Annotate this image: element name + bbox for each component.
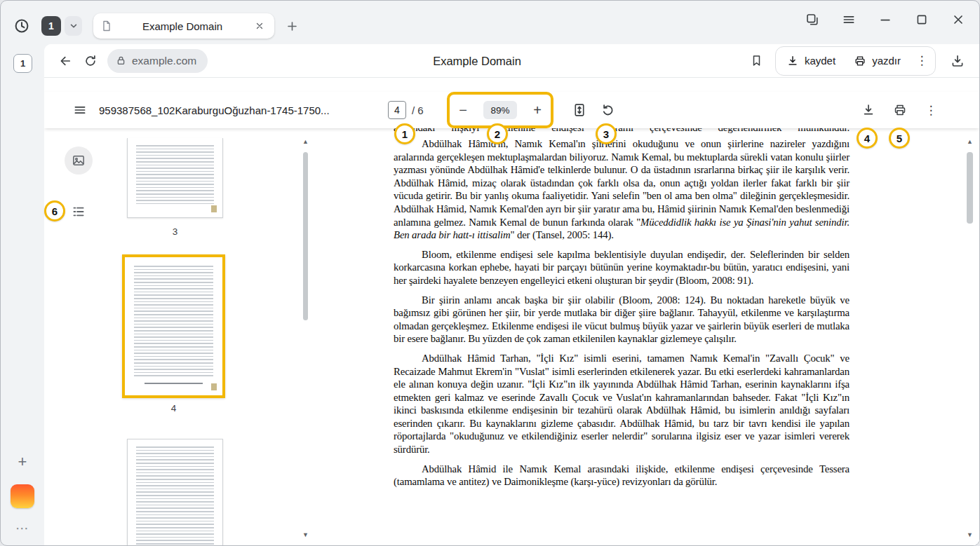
back-button[interactable] bbox=[53, 48, 78, 74]
zoom-level: 89% bbox=[483, 101, 517, 119]
scrollbar-thumb[interactable] bbox=[303, 152, 308, 320]
pdf-print-icon[interactable] bbox=[891, 101, 909, 119]
save-button[interactable]: kaydet bbox=[777, 47, 845, 75]
workspace-badge[interactable]: 1 bbox=[13, 54, 32, 73]
page-number-input[interactable]: 4 bbox=[388, 101, 406, 119]
menu-icon[interactable] bbox=[840, 11, 857, 28]
capture-icon[interactable] bbox=[804, 11, 821, 28]
sidebar-add-button[interactable]: + bbox=[1, 453, 44, 471]
close-button[interactable] bbox=[950, 11, 967, 28]
thumbnail-label-3: 3 bbox=[127, 226, 223, 237]
sidebar: 1 + ⋯ bbox=[1, 44, 44, 545]
scroll-up-icon[interactable]: ▲ bbox=[301, 137, 310, 146]
toolbar-actions: kaydet yazdır ⋮ bbox=[746, 46, 969, 76]
page-favicon-icon bbox=[100, 20, 113, 32]
reload-button[interactable] bbox=[78, 48, 103, 74]
main-scrollbar: ▲ ▼ bbox=[965, 128, 975, 545]
pdf-page-content: arasındaki ilişkiyi etkilenme endişesi k… bbox=[394, 128, 850, 495]
page-title: Example Domain bbox=[433, 54, 521, 67]
app-logo[interactable] bbox=[11, 484, 34, 508]
sidebar-more-button[interactable]: ⋯ bbox=[1, 519, 44, 536]
thumbnail-text-lines bbox=[136, 145, 214, 206]
print-button[interactable]: yazdır bbox=[845, 47, 910, 75]
rotate-icon[interactable] bbox=[598, 101, 617, 119]
thumbnail-label-4: 4 bbox=[122, 403, 225, 414]
fit-page-icon[interactable] bbox=[570, 101, 589, 119]
thumbnail-page-4-selected[interactable] bbox=[122, 254, 225, 398]
tab-group-chevron-icon[interactable] bbox=[65, 16, 82, 36]
url-text: example.com bbox=[132, 55, 196, 67]
browser-window: 1 Example Domain bbox=[0, 0, 980, 546]
pdf-sidebar-toggle-icon[interactable] bbox=[71, 101, 89, 119]
pdf-filename: 959387568_102KaraburguOğuzhan-1745-1750.… bbox=[99, 104, 330, 116]
pdf-download-icon[interactable] bbox=[859, 101, 878, 119]
thumbnail-text-lines bbox=[136, 446, 214, 545]
image-view-icon[interactable] bbox=[65, 146, 93, 175]
paragraph-1: Abdülhak Hâmıd'in, Namık Kemal'ın şiirle… bbox=[394, 137, 850, 242]
address-bar[interactable]: example.com bbox=[107, 49, 208, 73]
zoom-in-button[interactable]: + bbox=[528, 101, 546, 119]
clipped-text-line: arasındaki ilişkiyi etkilenme endişesi k… bbox=[394, 128, 850, 135]
bookmark-icon[interactable] bbox=[746, 50, 768, 72]
history-clock-icon[interactable] bbox=[12, 16, 32, 36]
tab-close-icon[interactable] bbox=[252, 18, 267, 34]
scroll-down-icon[interactable]: ▼ bbox=[965, 530, 975, 540]
new-tab-button[interactable] bbox=[281, 15, 302, 36]
browser-toolbar: example.com Example Domain kaydet bbox=[44, 44, 979, 78]
tab-group: 1 bbox=[41, 16, 82, 36]
thumbnail-list-icon[interactable] bbox=[71, 204, 86, 219]
page-count: / 6 bbox=[412, 104, 424, 116]
thumbnail-emblem bbox=[211, 383, 217, 390]
minimize-button[interactable] bbox=[877, 11, 894, 28]
save-button-label: kaydet bbox=[805, 55, 835, 67]
thumbnail-text-lines bbox=[134, 266, 213, 377]
maximize-button[interactable] bbox=[913, 11, 930, 28]
paragraph-4: Abdülhak Hâmid Tarhan, "İçli Kız" isimli… bbox=[394, 352, 850, 456]
thumbnail-page-5[interactable] bbox=[127, 439, 223, 545]
titlebar: 1 Example Domain bbox=[1, 1, 979, 44]
tab-group-badge[interactable]: 1 bbox=[41, 16, 61, 36]
pdf-toolbar: 959387568_102KaraburguOğuzhan-1745-1750.… bbox=[44, 92, 979, 128]
pdf-body: 3 4 ▲ ▼ arasındaki ilişkiyi etkilenme en… bbox=[44, 128, 979, 545]
page-actions-group: kaydet yazdır ⋮ bbox=[775, 46, 936, 76]
main-area: example.com Example Domain kaydet bbox=[44, 44, 979, 545]
thumbnail-page-3[interactable] bbox=[127, 138, 223, 218]
thumbnail-footer-rule bbox=[145, 383, 203, 385]
paragraph-text: Abdülhak Hâmıd'in, Namık Kemal'ın şiirle… bbox=[394, 138, 850, 228]
scrollbar-thumb[interactable] bbox=[967, 152, 973, 224]
paragraph-5: Abdülhak Hâmid ile Namık Kemal arasındak… bbox=[394, 463, 850, 489]
scroll-down-icon[interactable]: ▼ bbox=[301, 530, 310, 540]
more-actions-icon[interactable]: ⋮ bbox=[910, 47, 934, 75]
clipped-text: arasındaki ilişkiyi etkilenme endişesi k… bbox=[394, 128, 850, 135]
downloads-icon[interactable] bbox=[946, 49, 969, 73]
tab-example-domain[interactable]: Example Domain bbox=[93, 13, 274, 39]
pdf-more-icon[interactable]: ⋮ bbox=[922, 101, 940, 119]
pdf-viewer: 959387568_102KaraburguOğuzhan-1745-1750.… bbox=[44, 78, 979, 545]
lock-icon[interactable] bbox=[116, 55, 126, 66]
tab-title: Example Domain bbox=[117, 20, 248, 32]
thumbnail-scrollbar: ▲ ▼ bbox=[301, 128, 310, 545]
zoom-out-button[interactable]: − bbox=[454, 101, 472, 119]
paragraph-2: Bloom, etkilenme endişesi sele kapılma b… bbox=[394, 248, 850, 287]
thumbnail-emblem bbox=[211, 205, 217, 212]
scroll-up-icon[interactable]: ▲ bbox=[965, 137, 975, 146]
paragraph-text: " der (Tansel, 2005: 144). bbox=[511, 229, 614, 240]
paragraph-3: Bir şiirin anlamı ancak başka bir şiir o… bbox=[394, 294, 850, 346]
window-controls bbox=[804, 11, 967, 28]
print-button-label: yazdır bbox=[872, 55, 901, 67]
